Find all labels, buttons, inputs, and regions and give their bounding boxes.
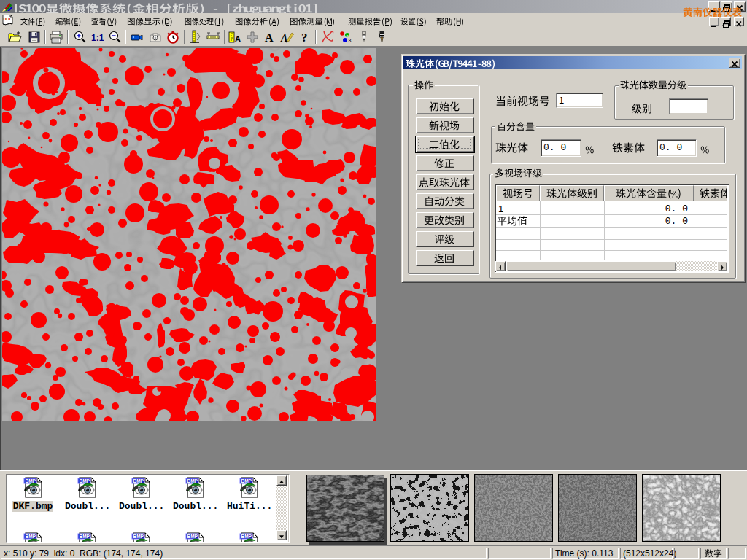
svg-text:BMP: BMP [133,534,144,539]
svg-text:BMP: BMP [187,478,198,483]
svg-text:BMP: BMP [133,478,144,483]
svg-text:A: A [265,31,274,44]
svg-text:BMP: BMP [80,478,90,483]
svg-text:BMP: BMP [241,478,252,483]
svg-text:1:1: 1:1 [91,33,104,43]
svg-text:BMP: BMP [241,534,252,539]
svg-text:3: 3 [348,37,352,44]
svg-text:BMP: BMP [80,534,90,539]
svg-text:?: ? [301,31,308,44]
svg-text:BMP: BMP [187,534,198,539]
svg-text:DOC: DOC [4,17,12,21]
svg-text:BMP: BMP [26,478,36,483]
svg-text:A: A [235,34,241,43]
svg-text:BMP: BMP [26,534,36,539]
